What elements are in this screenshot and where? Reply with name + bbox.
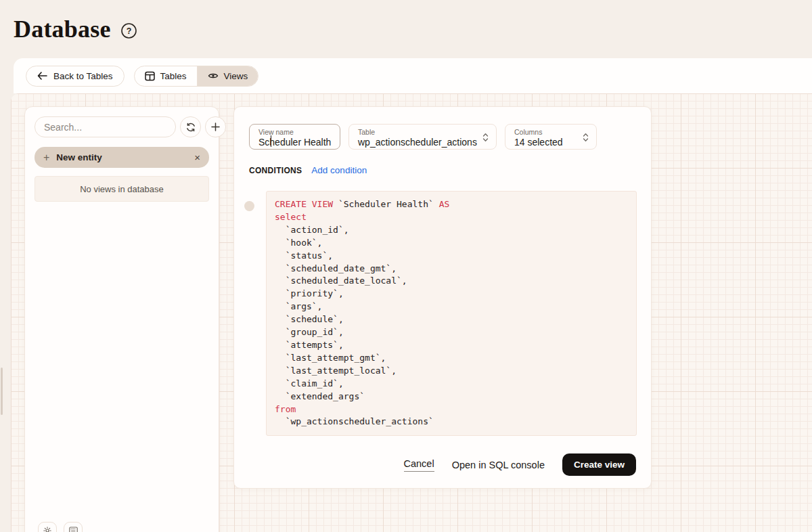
plus-icon: +	[43, 152, 49, 163]
plus-icon	[211, 123, 220, 131]
question-mark-icon: ?	[120, 22, 137, 39]
page-header: Database ?	[14, 15, 137, 43]
table-select-label: Table	[358, 128, 488, 136]
editor-footer: Cancel Open in SQL console Create view	[404, 453, 636, 476]
refresh-icon	[186, 123, 196, 132]
create-view-panel: View name Table wp_actionscheduler_actio…	[233, 106, 652, 489]
tab-tables-label: Tables	[160, 71, 187, 81]
tab-views-label: Views	[224, 71, 248, 81]
columns-select-label: Columns	[514, 128, 588, 136]
conditions-label: CONDITIONS	[249, 166, 302, 175]
sql-preview[interactable]: CREATE VIEW `Scheduler Health` ASselect …	[266, 191, 637, 436]
sql-code-line: `action_id`,	[275, 224, 628, 237]
gear-icon	[43, 527, 51, 532]
columns-select-value: 14 selected	[514, 137, 563, 148]
sql-code-line: `group_id`,	[275, 326, 628, 339]
svg-text:?: ?	[126, 26, 131, 36]
sidebar-bottom-toolbar	[38, 522, 83, 532]
sql-code-line: select	[275, 211, 628, 224]
page-title: Database	[14, 15, 111, 43]
view-name-input[interactable]	[258, 137, 332, 148]
sidebar-item-new-entity[interactable]: + New entity ×	[35, 147, 209, 168]
tables-views-segmented-control: Tables Views	[134, 66, 259, 87]
sql-code-line: `last_attempt_local`,	[275, 365, 628, 378]
search-input[interactable]	[35, 116, 176, 137]
tab-views[interactable]: Views	[197, 66, 258, 86]
back-to-tables-button[interactable]: Back to Tables	[26, 66, 125, 87]
settings-button[interactable]	[38, 522, 57, 532]
sql-code-line: `args`,	[275, 301, 628, 313]
view-name-field[interactable]: View name	[249, 124, 340, 150]
arrow-left-icon	[37, 72, 47, 80]
view-name-label: View name	[258, 128, 332, 136]
sql-code-line: `schedule`,	[275, 313, 628, 326]
keyboard-icon	[69, 527, 78, 532]
views-sidebar: + New entity × No views in database	[24, 106, 219, 532]
toolbar: Back to Tables Tables Views	[14, 58, 812, 93]
refresh-button[interactable]	[180, 116, 201, 137]
eye-icon	[208, 71, 219, 81]
sql-code-line: `hook`,	[275, 237, 628, 250]
table-icon	[145, 71, 155, 81]
sql-code-line: CREATE VIEW `Scheduler Health` AS	[275, 198, 628, 211]
sql-code-line: `attempts`,	[275, 339, 628, 352]
add-view-button[interactable]	[205, 116, 226, 137]
table-select[interactable]: Table wp_actionscheduler_actions	[348, 124, 497, 150]
help-button[interactable]: ?	[120, 22, 137, 39]
vertical-scrollbar-thumb[interactable]	[1, 368, 3, 415]
empty-state-message: No views in database	[35, 176, 209, 202]
chevron-up-down-icon	[482, 133, 489, 142]
chevron-up-down-icon	[583, 133, 589, 142]
create-view-button[interactable]: Create view	[562, 453, 636, 476]
back-to-tables-label: Back to Tables	[53, 71, 113, 81]
cancel-button[interactable]: Cancel	[404, 458, 434, 472]
sql-code-line: `scheduled_date_gmt`,	[275, 263, 628, 275]
sql-code-line: `claim_id`,	[275, 378, 628, 391]
columns-select[interactable]: Columns 14 selected	[505, 124, 597, 150]
sidebar-toolbar	[35, 116, 209, 137]
close-icon[interactable]: ×	[194, 152, 200, 162]
sql-code-line: `status`,	[275, 250, 628, 263]
open-sql-console-button[interactable]: Open in SQL console	[452, 460, 545, 470]
sql-code-line: from	[275, 403, 628, 416]
statement-bullet	[244, 201, 254, 211]
conditions-row: CONDITIONS Add condition	[249, 165, 367, 175]
sql-code-line: `last_attempt_gmt`,	[275, 352, 628, 365]
new-entity-label: New entity	[56, 152, 187, 162]
keyboard-shortcuts-button[interactable]	[64, 522, 83, 532]
sql-code-line: `scheduled_date_local`,	[275, 275, 628, 288]
text-caret	[271, 135, 271, 147]
tab-tables[interactable]: Tables	[135, 66, 197, 86]
sql-code-line: `extended_args`	[275, 391, 628, 403]
sql-code-line: `wp_actionscheduler_actions`	[275, 416, 628, 428]
sql-code-line: `priority`,	[275, 288, 628, 301]
table-select-value: wp_actionscheduler_actions	[358, 137, 477, 148]
add-condition-button[interactable]: Add condition	[311, 165, 367, 175]
